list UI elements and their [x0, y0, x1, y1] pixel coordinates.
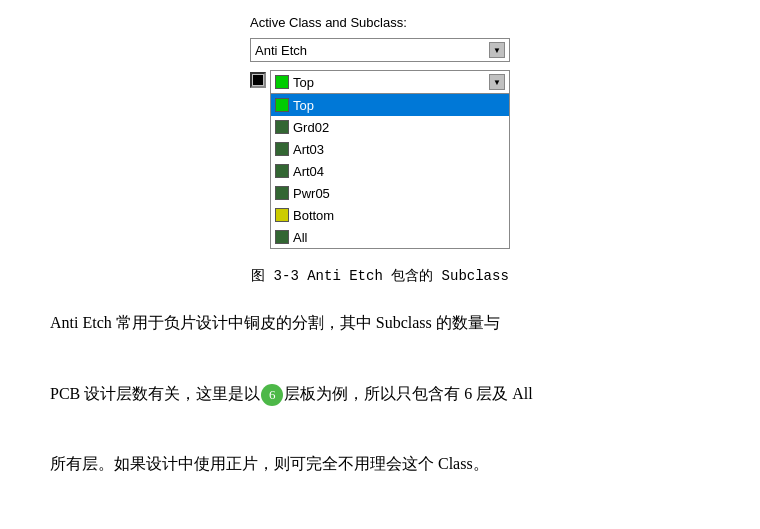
list-item-bottom-label: Bottom [293, 208, 334, 223]
figure-caption: 图 3-3 Anti Etch 包含的 Subclass [251, 265, 509, 287]
subclass-dropdown-list: Top Grd02 Art03 Art04 Pwr05 [270, 94, 510, 249]
list-item-all[interactable]: All [271, 226, 509, 248]
active-class-label: Active Class and Subclass: [250, 15, 407, 30]
highlight-6: 6 [261, 384, 283, 406]
color-art03 [275, 142, 289, 156]
list-item-art04-label: Art04 [293, 164, 324, 179]
list-item-pwr05[interactable]: Pwr05 [271, 182, 509, 204]
class-dropdown[interactable]: Anti Etch ▼ [250, 38, 510, 62]
color-pwr05 [275, 186, 289, 200]
list-item-art03[interactable]: Art03 [271, 138, 509, 160]
checkbox-fill [253, 75, 263, 85]
list-item-grd02[interactable]: Grd02 [271, 116, 509, 138]
color-art04 [275, 164, 289, 178]
list-item-all-label: All [293, 230, 307, 245]
list-item-art03-label: Art03 [293, 142, 324, 157]
subclass-header-content: Top [275, 75, 489, 90]
list-item-pwr05-label: Pwr05 [293, 186, 330, 201]
class-dropdown-value: Anti Etch [255, 43, 307, 58]
dialog-container: Active Class and Subclass: Anti Etch ▼ T… [250, 15, 510, 249]
subclass-dropdown-value: Top [293, 75, 314, 90]
list-item-top[interactable]: Top [271, 94, 509, 116]
subclass-dropdown-wrapper: Top ▼ Top Grd02 Art03 [270, 70, 510, 249]
color-all [275, 230, 289, 244]
list-item-art04[interactable]: Art04 [271, 160, 509, 182]
subclass-dropdown-arrow[interactable]: ▼ [489, 74, 505, 90]
color-grd02 [275, 120, 289, 134]
class-dropdown-arrow[interactable]: ▼ [489, 42, 505, 58]
body-paragraph: Anti Etch 常用于负片设计中铜皮的分割，其中 Subclass 的数量与… [40, 305, 720, 481]
list-item-bottom[interactable]: Bottom [271, 204, 509, 226]
color-top [275, 98, 289, 112]
list-item-top-label: Top [293, 98, 314, 113]
subclass-header-color [275, 75, 289, 89]
subclass-header[interactable]: Top ▼ [270, 70, 510, 94]
visibility-checkbox[interactable] [250, 72, 266, 88]
class-dropdown-container: Anti Etch ▼ [250, 38, 510, 62]
subclass-row: Top ▼ Top Grd02 Art03 [250, 70, 510, 249]
color-bottom [275, 208, 289, 222]
list-item-grd02-label: Grd02 [293, 120, 329, 135]
